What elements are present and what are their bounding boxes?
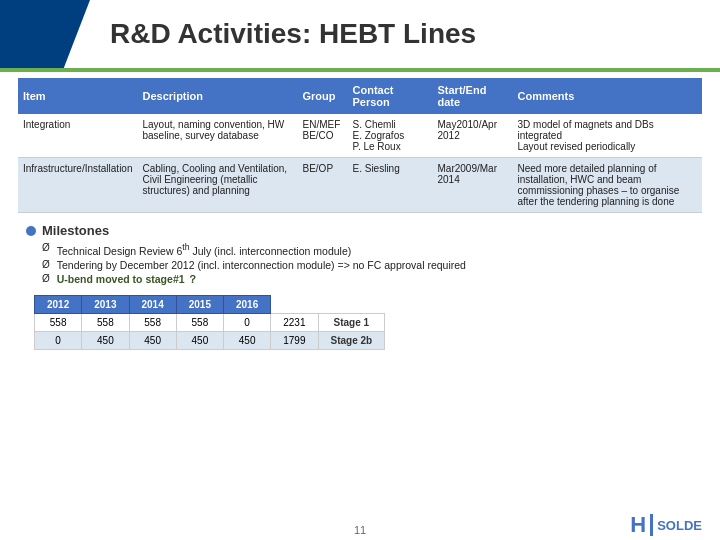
b-r2-v5: 450 xyxy=(224,331,271,349)
row1-dates: May2010/Apr 2012 xyxy=(433,114,513,158)
b-r2-v3: 450 xyxy=(129,331,176,349)
milestone-item-3: U-bend moved to stage#1 ？ xyxy=(42,273,702,287)
col-header-group: Group xyxy=(298,78,348,114)
logo-solde-text: SOLDE xyxy=(657,518,702,533)
b-r1-stage: Stage 1 xyxy=(318,313,385,331)
b-r2-extra: 1799 xyxy=(271,331,318,349)
page-number: 11 xyxy=(354,524,366,536)
b-r1-v1: 558 xyxy=(35,313,82,331)
col-header-comments: Comments xyxy=(513,78,703,114)
row2-contact: E. Siesling xyxy=(348,158,433,213)
b-r2-stage: Stage 2b xyxy=(318,331,385,349)
table-row: Infrastructure/Installation Cabling, Coo… xyxy=(18,158,702,213)
main-content: Item Description Group Contact Person St… xyxy=(18,78,702,530)
row2-description: Cabling, Cooling and Ventilation, Civil … xyxy=(138,158,298,213)
bullet-icon xyxy=(26,226,36,236)
milestones-title: Milestones xyxy=(26,223,702,238)
row2-comments: Need more detailed planning of installat… xyxy=(513,158,703,213)
b-r2-v2: 450 xyxy=(82,331,129,349)
row1-item: Integration xyxy=(18,114,138,158)
milestones-list: Technical Design Review 6th July (incl. … xyxy=(26,242,702,287)
col-header-contact: Contact Person xyxy=(348,78,433,114)
table-row: Integration Layout, naming convention, H… xyxy=(18,114,702,158)
logo-h-letter: H xyxy=(630,514,646,536)
bottom-table: 2012 2013 2014 2015 2016 558 558 558 558… xyxy=(34,295,385,350)
row2-item: Infrastructure/Installation xyxy=(18,158,138,213)
green-accent-line xyxy=(0,68,720,72)
bottom-col-2015: 2015 xyxy=(176,295,223,313)
bottom-table-wrapper: 2012 2013 2014 2015 2016 558 558 558 558… xyxy=(18,295,702,350)
row1-description: Layout, naming convention, HW baseline, … xyxy=(138,114,298,158)
col-header-description: Description xyxy=(138,78,298,114)
col-header-item: Item xyxy=(18,78,138,114)
title-bar: R&D Activities: HEBT Lines xyxy=(0,0,720,68)
milestones-section: Milestones Technical Design Review 6th J… xyxy=(18,223,702,287)
bottom-table-row-2: 0 450 450 450 450 1799 Stage 2b xyxy=(35,331,385,349)
row2-dates: Mar2009/Mar 2014 xyxy=(433,158,513,213)
bottom-col-2014: 2014 xyxy=(129,295,176,313)
col-header-dates: Start/End date xyxy=(433,78,513,114)
b-r2-v4: 450 xyxy=(176,331,223,349)
b-r1-v4: 558 xyxy=(176,313,223,331)
b-r1-extra: 2231 xyxy=(271,313,318,331)
b-r1-v5: 0 xyxy=(224,313,271,331)
row1-contact: S. Chemli E. Zografos P. Le Roux xyxy=(348,114,433,158)
bottom-col-2013: 2013 xyxy=(82,295,129,313)
b-r1-v3: 558 xyxy=(129,313,176,331)
bottom-col-2012: 2012 xyxy=(35,295,82,313)
logo-bar-divider xyxy=(650,514,653,536)
b-r1-v2: 558 xyxy=(82,313,129,331)
b-r2-v1: 0 xyxy=(35,331,82,349)
activities-table: Item Description Group Contact Person St… xyxy=(18,78,702,213)
bottom-col-2016: 2016 xyxy=(224,295,271,313)
milestone-item-2: Tendering by December 2012 (incl. interc… xyxy=(42,259,702,271)
row1-comments: 3D model of magnets and DBs integrated L… xyxy=(513,114,703,158)
row2-group: BE/OP xyxy=(298,158,348,213)
milestone-item-1: Technical Design Review 6th July (incl. … xyxy=(42,242,702,257)
bottom-table-row-1: 558 558 558 558 0 2231 Stage 1 xyxy=(35,313,385,331)
logo-area: H SOLDE xyxy=(630,514,702,536)
row1-group: EN/MEF BE/CO xyxy=(298,114,348,158)
page-title: R&D Activities: HEBT Lines xyxy=(110,18,476,50)
